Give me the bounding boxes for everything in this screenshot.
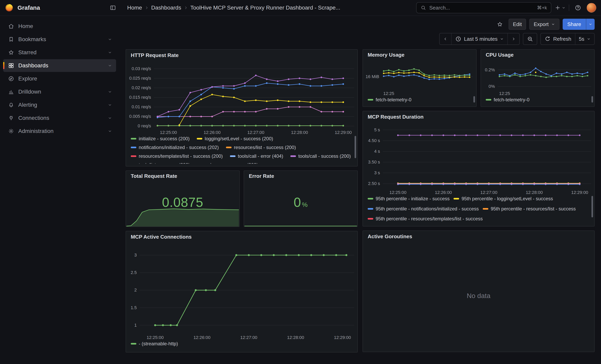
apps-icon — [8, 62, 14, 69]
legend: initialize - success (200) logging/setLe… — [126, 135, 357, 164]
breadcrumb-item-home[interactable]: Home — [127, 5, 142, 11]
legend-item[interactable]: notifications/initialized - success (202… — [131, 144, 219, 151]
series-label: tools/list - success (200) — [139, 162, 190, 164]
panel-title[interactable]: Active Goroutines — [363, 231, 594, 242]
sidebar-item-administration[interactable]: Administration — [3, 125, 116, 138]
search-box[interactable]: ⌘+k — [416, 2, 551, 13]
help-button[interactable] — [572, 2, 583, 13]
panel-total-request-rate: Total Request Rate 0.0875 — [126, 170, 240, 227]
panel-title[interactable]: MCP Request Duration — [363, 111, 594, 122]
series-swatch — [197, 138, 202, 139]
legend-scrollbar[interactable] — [591, 96, 593, 103]
legend-item[interactable]: - (streamable-http) — [131, 340, 178, 347]
legend-item[interactable]: fetch-telemetry-0 — [368, 96, 411, 103]
svg-text:4 s: 4 s — [374, 149, 380, 154]
panel-title[interactable]: Total Request Rate — [126, 171, 239, 181]
legend-scrollbar[interactable] — [473, 96, 475, 103]
chevron-down-icon[interactable] — [108, 129, 112, 133]
stat-body: 0.0875 — [126, 181, 239, 226]
sidebar-item-connections[interactable]: Connections — [3, 112, 116, 124]
sidebar-item-starred[interactable]: Starred — [3, 46, 116, 59]
series-label: logging/setLevel - success (200) — [205, 136, 273, 141]
series-label: tools/call - success (200) — [298, 153, 351, 159]
sidebar-item-bookmarks[interactable]: Bookmarks — [3, 33, 116, 46]
legend-item[interactable]: 95th percentile - initialize - success — [368, 195, 450, 202]
series-label: 95th percentile - notifications/initiali… — [376, 206, 479, 212]
series-label: notifications/initialized - success (202… — [139, 145, 219, 150]
time-forward-button[interactable] — [507, 33, 519, 45]
time-back-button[interactable] — [440, 33, 451, 45]
sidebar-item-alerting[interactable]: Alerting — [3, 98, 116, 111]
edit-button[interactable]: Edit — [509, 19, 526, 30]
svg-text:0.02 req/s: 0.02 req/s — [131, 85, 151, 90]
sidebar-item-explore[interactable]: Explore — [3, 72, 116, 85]
refresh-button[interactable]: Refresh — [541, 33, 575, 45]
legend-item[interactable]: fetch-telemetry-0 — [486, 96, 530, 103]
svg-text:12:25: 12:25 — [383, 91, 394, 96]
legend-item[interactable]: tools/call - error (404) — [230, 153, 283, 160]
legend-item[interactable]: initialize - success (200) — [131, 135, 190, 142]
series-swatch — [368, 99, 373, 100]
share-caret-button[interactable] — [586, 19, 595, 30]
sidebar-item-drilldown[interactable]: Drilldown — [3, 85, 116, 98]
share-button[interactable]: Share — [563, 19, 586, 30]
svg-text:12:25:00: 12:25:00 — [147, 335, 164, 340]
stat-value: 0% — [244, 195, 357, 210]
home-icon — [8, 23, 14, 30]
user-avatar[interactable] — [587, 3, 596, 12]
legend-item[interactable]: resources/list - success (200) — [226, 144, 296, 151]
search-input[interactable] — [429, 5, 534, 11]
panel-title[interactable]: HTTP Request Rate — [126, 50, 357, 61]
stat-body: 0% — [244, 181, 357, 226]
sidebar-item-dashboards[interactable]: Dashboards — [3, 59, 116, 72]
search-icon — [421, 5, 426, 10]
zoom-out-button[interactable] — [523, 33, 537, 45]
legend-scrollbar[interactable] — [591, 196, 593, 217]
svg-text:0.2%: 0.2% — [485, 67, 495, 72]
cpu-usage-chart[interactable]: 0%0.2%12:25 — [481, 60, 594, 96]
mcp-active-connections-chart[interactable]: 11.522.5312:25:0012:26:0012:27:0012:28:0… — [126, 242, 357, 340]
sidebar-item-home[interactable]: Home — [3, 20, 116, 33]
chevron-down-icon[interactable] — [108, 63, 112, 68]
legend-scrollbar[interactable] — [355, 136, 356, 158]
legend-item[interactable]: resources/templates/list - success (200) — [131, 153, 223, 160]
legend-item[interactable]: logging/setLevel - success (200) — [197, 135, 273, 142]
refresh-interval-picker[interactable]: 5s — [575, 33, 594, 45]
svg-text:1: 1 — [134, 323, 137, 328]
memory-usage-chart[interactable]: 16 MiB12:25 — [363, 60, 476, 96]
favorite-button[interactable] — [494, 19, 505, 30]
clock-icon — [455, 36, 461, 42]
series-swatch — [486, 99, 491, 100]
chevron-down-icon[interactable] — [108, 90, 112, 94]
chevron-down-icon[interactable] — [108, 50, 112, 55]
mcp-request-duration-chart[interactable]: 2.50 s3 s3.50 s4 s4.50 s5 s12:25:0012:26… — [363, 122, 594, 195]
panel-title[interactable]: Memory Usage — [363, 50, 476, 60]
time-controls: Last 5 minutes Refresh 5s — [119, 33, 601, 45]
chevron-down-icon[interactable] — [108, 103, 112, 107]
http-request-rate-chart[interactable]: 0 req/s0.005 req/s0.01 req/s0.015 req/s0… — [126, 61, 357, 135]
chevron-down-icon[interactable] — [108, 37, 112, 41]
series-swatch — [131, 155, 136, 157]
panel-title[interactable]: MCP Active Connections — [126, 231, 357, 242]
resource-row: Memory Usage 16 MiB12:25 fetch-telemetry… — [362, 49, 595, 107]
grafana-logo-icon[interactable] — [5, 3, 13, 12]
panel-title[interactable]: CPU Usage — [481, 50, 594, 60]
legend-item[interactable]: 95th percentile - resources/list - succe… — [483, 205, 576, 212]
legend-item[interactable]: 95th percentile - logging/setLevel - suc… — [453, 195, 553, 202]
panel-title[interactable]: Error Rate — [244, 171, 357, 181]
legend-item[interactable]: unknown - success (200) — [197, 161, 258, 164]
legend-item[interactable]: 95th percentile - notifications/initiali… — [368, 205, 479, 212]
chevron-down-icon[interactable] — [108, 116, 112, 120]
time-range-picker[interactable]: Last 5 minutes — [451, 33, 507, 45]
sidebar: Home Bookmarks Starred Dashboards Explor — [0, 16, 119, 364]
angle-right-icon — [511, 37, 516, 41]
sidebar-toggle-button[interactable] — [107, 2, 119, 13]
breadcrumb-item-dashboards[interactable]: Dashboards — [151, 5, 181, 11]
export-button[interactable]: Export — [529, 19, 559, 30]
legend-item[interactable]: tools/list - success (200) — [131, 161, 190, 164]
series-label: - (streamable-http) — [139, 341, 178, 346]
new-button[interactable] — [554, 2, 566, 13]
legend-item[interactable]: 95th percentile - resources/templates/li… — [368, 215, 483, 222]
series-label: 95th percentile - resources/templates/li… — [376, 216, 483, 222]
legend-item[interactable]: tools/call - success (200) — [290, 153, 351, 160]
